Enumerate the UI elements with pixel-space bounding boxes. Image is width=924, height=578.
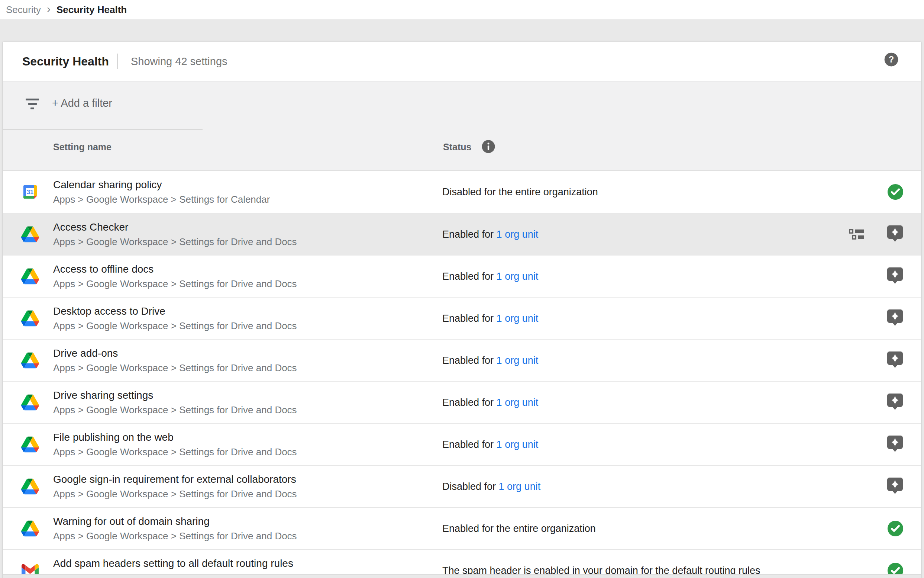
page-title: Security Health [22, 54, 109, 68]
table-row[interactable]: Drive sharing settingsApps > Google Work… [3, 381, 921, 423]
org-unit-link[interactable]: 1 org unit [497, 312, 539, 323]
recommendation-icon[interactable] [887, 310, 903, 327]
table-row[interactable]: Access CheckerApps > Google Workspace > … [3, 213, 921, 255]
info-icon[interactable] [481, 139, 496, 154]
table-row[interactable]: Desktop access to DriveApps > Google Wor… [3, 297, 921, 339]
security-health-card: Security Health Showing 42 settings ? + … [3, 42, 921, 578]
filter-divider [3, 129, 202, 130]
setting-info: Access CheckerApps > Google Workspace > … [53, 221, 297, 248]
recommendation-icon[interactable] [887, 393, 903, 411]
add-filter-button[interactable]: + Add a filter [52, 97, 112, 109]
google-drive-icon [19, 520, 41, 536]
org-unit-link[interactable]: 1 org unit [499, 481, 541, 492]
filter-and-header-section: + Add a filter Setting name Status [3, 81, 921, 171]
setting-name: File publishing on the web [53, 431, 297, 444]
setting-name: Google sign-in requirement for external … [53, 473, 297, 486]
status-ok-icon [887, 183, 904, 200]
google-drive-icon [19, 226, 41, 242]
setting-path: Apps > Google Workspace > Settings for D… [53, 404, 297, 416]
status-text: Disabled for the entire organization [442, 186, 598, 197]
setting-path: Apps > Google Workspace > Settings for D… [53, 362, 297, 374]
setting-status: Enabled for the entire organization [442, 523, 596, 534]
recommendation-icon[interactable] [887, 477, 903, 495]
google-drive-icon [19, 268, 41, 284]
settings-count: Showing 42 settings [131, 55, 228, 67]
setting-path: Apps > Google Workspace > Settings for D… [53, 278, 297, 290]
setting-info: Warning for out of domain sharingApps > … [53, 515, 297, 542]
status-text: Enabled for [442, 396, 497, 408]
setting-path: Apps > Google Workspace > Settings for D… [53, 530, 297, 542]
setting-info: Access to offline docsApps > Google Work… [53, 263, 297, 290]
table-row[interactable]: Google sign-in requirement for external … [3, 465, 921, 507]
setting-name: Drive add-ons [53, 347, 297, 360]
setting-status: Enabled for 1 org unit [442, 396, 538, 408]
status-text: Enabled for the entire organization [442, 523, 596, 534]
recommendation-icon[interactable] [887, 351, 903, 369]
setting-info: File publishing on the webApps > Google … [53, 431, 297, 458]
setting-status: Disabled for 1 org unit [442, 481, 540, 492]
org-unit-link[interactable]: 1 org unit [497, 228, 539, 240]
setting-path: Apps > Google Workspace > Settings for C… [53, 193, 270, 206]
setting-status: Enabled for 1 org unit [442, 270, 538, 282]
table-row[interactable]: Drive add-onsApps > Google Workspace > S… [3, 339, 921, 381]
page-bottom-edge [3, 574, 921, 578]
table-row[interactable]: Access to offline docsApps > Google Work… [3, 255, 921, 297]
status-text: Enabled for [442, 228, 497, 240]
google-drive-icon [19, 436, 41, 452]
breadcrumb-security-health: Security Health [57, 4, 127, 16]
recommendation-icon[interactable] [887, 226, 903, 243]
settings-table: 31Calendar sharing policyApps > Google W… [3, 171, 921, 578]
filter-list-icon[interactable] [24, 96, 41, 111]
help-icon[interactable]: ? [884, 52, 899, 67]
card-header: Security Health Showing 42 settings ? [3, 42, 921, 81]
setting-status: Enabled for 1 org unit [442, 354, 538, 366]
org-unit-link[interactable]: 1 org unit [497, 396, 539, 408]
column-header-setting-name: Setting name [53, 142, 112, 153]
setting-info: Calendar sharing policyApps > Google Wor… [53, 178, 270, 206]
status-text: Enabled for [442, 312, 497, 323]
setting-info: Drive sharing settingsApps > Google Work… [53, 389, 297, 416]
setting-status: Enabled for 1 org unit [442, 228, 538, 240]
setting-path: Apps > Google Workspace > Settings for D… [53, 488, 297, 500]
setting-name: Drive sharing settings [53, 389, 297, 402]
recommendation-icon[interactable] [887, 268, 903, 285]
setting-status: Disabled for the entire organization [442, 186, 598, 198]
setting-path: Apps > Google Workspace > Settings for D… [53, 320, 297, 332]
security-health-page: Security › Security Health Security Heal… [0, 0, 924, 578]
setting-name: Desktop access to Drive [53, 305, 297, 318]
table-row[interactable]: Warning for out of domain sharingApps > … [3, 507, 921, 549]
status-text: Enabled for [442, 270, 497, 282]
status-text: Disabled for [442, 481, 499, 492]
google-drive-icon [19, 478, 41, 494]
table-row[interactable]: 31Calendar sharing policyApps > Google W… [3, 171, 921, 213]
google-drive-icon [19, 352, 41, 368]
setting-path: Apps > Google Workspace > Settings for D… [53, 235, 297, 248]
chevron-right-icon: › [47, 3, 50, 15]
setting-status: Enabled for 1 org unit [442, 438, 538, 450]
google-drive-icon [19, 310, 41, 326]
setting-info: Drive add-onsApps > Google Workspace > S… [53, 347, 297, 374]
org-units-icon[interactable] [849, 228, 865, 240]
table-row[interactable]: File publishing on the webApps > Google … [3, 423, 921, 465]
setting-name: Add spam headers setting to all default … [53, 557, 345, 570]
setting-status: Enabled for 1 org unit [442, 312, 538, 324]
setting-info: Desktop access to DriveApps > Google Wor… [53, 305, 297, 332]
setting-name: Access to offline docs [53, 263, 297, 276]
setting-name: Calendar sharing policy [53, 178, 270, 192]
org-unit-link[interactable]: 1 org unit [497, 438, 539, 450]
svg-text:31: 31 [27, 188, 34, 195]
setting-info: Google sign-in requirement for external … [53, 473, 297, 500]
status-ok-icon [887, 520, 904, 537]
setting-name: Warning for out of domain sharing [53, 515, 297, 528]
recommendation-icon[interactable] [887, 435, 903, 453]
status-text: Enabled for [442, 354, 497, 365]
org-unit-link[interactable]: 1 org unit [497, 270, 539, 282]
setting-path: Apps > Google Workspace > Settings for D… [53, 446, 297, 458]
org-unit-link[interactable]: 1 org unit [497, 354, 539, 365]
breadcrumb-security[interactable]: Security [6, 4, 41, 16]
breadcrumb: Security › Security Health [0, 0, 924, 19]
svg-text:?: ? [889, 55, 894, 64]
header-divider [117, 54, 118, 69]
status-text: Enabled for [442, 438, 497, 450]
setting-name: Access Checker [53, 221, 297, 234]
